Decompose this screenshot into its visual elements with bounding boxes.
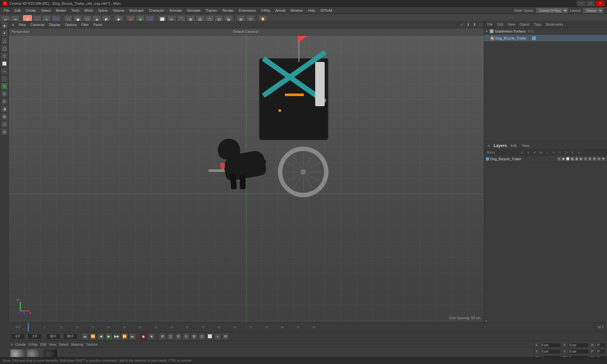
layers-title-menu[interactable]: ≡ — [487, 143, 491, 148]
menu-tools[interactable]: Tools — [69, 7, 82, 14]
object-dog-bicycle-trailer[interactable]: ▣ Dog_Bicycle_Trailer — [484, 35, 607, 42]
menu-mesh[interactable]: Mesh — [82, 7, 95, 14]
menu-3dtoall[interactable]: 3DToAll — [318, 7, 335, 14]
menu-help[interactable]: Help — [305, 7, 318, 14]
layer-dog-bicycle-trailer[interactable]: Dog_Bicycle_Trailer ● ▣ ⬜ 🔒 🔒 ▶ ◎ ⊞ ⊠ ⊟ … — [484, 155, 607, 162]
timeline-playhead[interactable] — [28, 323, 28, 332]
right-object-menu[interactable]: Object — [518, 22, 531, 27]
maximize-button[interactable]: □ — [586, 1, 595, 6]
playback-btn8[interactable]: ≡ — [214, 333, 221, 340]
viewport-menu-filter[interactable]: Filter — [79, 22, 91, 27]
playback-btn3[interactable]: ⊟ — [175, 333, 182, 340]
playback-btn9[interactable]: ⊞ — [222, 333, 229, 340]
right-tags-menu[interactable]: Tags — [533, 22, 543, 27]
left-tool-6[interactable]: ⬜ — [1, 60, 8, 67]
motion-button[interactable]: ⊞ — [159, 333, 166, 340]
viewport-menu-display[interactable]: Display — [47, 22, 62, 27]
play-button[interactable]: ▶ — [105, 333, 112, 340]
next-frame-button[interactable]: ⏩ — [121, 333, 128, 340]
left-tool-8[interactable]: ⌒ — [1, 75, 8, 82]
range-start-input[interactable] — [46, 334, 60, 339]
left-tool-2[interactable]: ✦ — [1, 30, 8, 37]
playback-btn6[interactable]: ⊡ — [199, 333, 205, 340]
viewport-icon-3[interactable]: ⬆ — [472, 22, 477, 27]
current-frame-input[interactable] — [11, 334, 25, 339]
left-tool-1[interactable]: ◈ — [1, 22, 8, 29]
menu-window[interactable]: Window — [288, 7, 305, 14]
right-edge-handle[interactable]: ▶ — [484, 319, 488, 322]
left-tool-12[interactable]: ◎ — [1, 128, 8, 135]
node-space-select[interactable]: Current (V-Ray) — [536, 8, 568, 13]
viewport-menu-cameras[interactable]: Cameras — [28, 22, 46, 27]
playback-btn4[interactable]: ◎ — [183, 333, 190, 340]
coord-h-input[interactable] — [596, 343, 605, 348]
record-button[interactable]: ⏺ — [140, 333, 147, 340]
material-menu-material[interactable]: Material — [71, 343, 83, 346]
layout-select[interactable]: Startup — [583, 8, 603, 13]
menu-vray[interactable]: V-Ray — [258, 7, 273, 14]
playback-btn7[interactable]: ⬜ — [206, 333, 213, 340]
menu-render[interactable]: Render — [220, 7, 236, 14]
menu-arnold[interactable]: Arnold — [273, 7, 288, 14]
timeline[interactable]: 0 F 0 5 10 15 20 25 30 35 40 45 50 55 60… — [9, 323, 607, 332]
right-bookmarks-menu[interactable]: Bookmarks — [544, 22, 564, 27]
menu-edit[interactable]: Edit — [12, 7, 23, 14]
playback-btn2[interactable]: ◫ — [167, 333, 174, 340]
viewport-scene[interactable]: X Y Z Grid Spacing: 50 cm — [9, 36, 484, 322]
layers-view-menu[interactable]: View — [520, 143, 530, 148]
left-tool-4[interactable]: ◯ — [1, 45, 8, 52]
viewport-icon-2[interactable]: ⬇ — [466, 22, 471, 27]
menu-file[interactable]: File — [1, 7, 12, 14]
close-button[interactable]: ✕ — [596, 1, 604, 6]
material-menu-toggle[interactable]: ≡ — [11, 343, 13, 346]
viewport-icon-1[interactable]: ⤢ — [459, 22, 464, 27]
viewport-menu-view[interactable]: View — [16, 22, 28, 27]
viewport[interactable]: ≡ View Cameras Display Options Filter Pa… — [9, 21, 484, 322]
goto-start-button[interactable]: ⏮ — [82, 333, 89, 340]
material-menu-texture[interactable]: Texture — [86, 343, 97, 346]
menu-animate[interactable]: Animate — [167, 7, 184, 14]
range-end-input[interactable] — [63, 334, 77, 339]
menu-character[interactable]: Character — [146, 7, 167, 14]
left-tool-11[interactable]: ⬡ — [1, 121, 8, 128]
coord-hy-input[interactable] — [568, 349, 589, 354]
left-tool-10[interactable]: ⊞ — [1, 113, 8, 120]
material-menu-vray[interactable]: V-Ray — [28, 343, 38, 346]
menu-tracker[interactable]: Tracker — [203, 7, 220, 14]
keyframe-button[interactable]: ◈ — [148, 333, 155, 340]
viewport-menu-options[interactable]: Options — [63, 22, 79, 27]
menu-volume[interactable]: Volume — [110, 7, 127, 14]
menu-simulate[interactable]: Simulate — [185, 7, 203, 14]
coord-p-input[interactable] — [596, 349, 605, 354]
left-tool-s1[interactable]: S — [1, 83, 8, 90]
left-tool-s3[interactable]: S — [1, 98, 8, 105]
left-tool-s2[interactable]: S — [1, 90, 8, 97]
menu-select[interactable]: Select — [39, 7, 53, 14]
left-tool-7[interactable]: — — [1, 68, 8, 75]
left-tool-5[interactable]: ⬡ — [1, 52, 8, 59]
step-back-button[interactable]: ◀ — [97, 333, 104, 340]
menu-modes[interactable]: Modes — [53, 7, 69, 14]
minimize-button[interactable]: ─ — [577, 1, 586, 6]
coord-x-input[interactable] — [540, 343, 561, 348]
menu-create[interactable]: Create — [23, 7, 39, 14]
coord-y-input[interactable] — [540, 349, 561, 354]
goto-end-button[interactable]: ⏭ — [129, 333, 136, 340]
layers-edit-menu[interactable]: Edit — [509, 143, 518, 148]
viewport-menu-toggle[interactable]: ≡ — [10, 22, 16, 27]
right-view-menu[interactable]: View — [506, 22, 517, 27]
object-subdivision-surface[interactable]: ▶ ⊞ Subdivision Surface — [484, 28, 607, 35]
right-file-menu[interactable]: File — [486, 22, 494, 27]
coord-hx-input[interactable] — [568, 343, 589, 348]
step-forward-button[interactable]: ▶▶ — [113, 333, 120, 340]
prev-frame-button[interactable]: ⏪ — [89, 333, 96, 340]
left-tool-9[interactable]: ◑ — [1, 106, 8, 112]
viewport-menu-panel[interactable]: Panel — [91, 22, 104, 27]
material-menu-edit[interactable]: Edit — [40, 343, 46, 346]
menu-spline[interactable]: Spline — [95, 7, 110, 14]
menu-extensions[interactable]: Extensions — [236, 7, 258, 14]
left-tool-3[interactable]: △ — [1, 37, 8, 44]
viewport-icon-4[interactable]: □ — [478, 22, 482, 27]
material-menu-select[interactable]: Select — [59, 343, 69, 346]
right-edit-menu[interactable]: Edit — [496, 22, 505, 27]
